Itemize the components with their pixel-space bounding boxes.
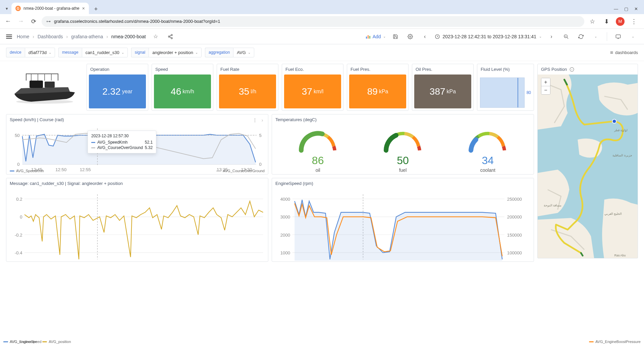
browser-tab[interactable]: G nmea-2000-boat - grafana-athe × — [11, 3, 89, 14]
panel-engine-speed[interactable]: EngineSpeed (rpm) 4000 3000 2000 1000 25… — [272, 178, 534, 262]
address-bar[interactable]: ⊶ grafana.csselectronics.stellarhosted.c… — [42, 16, 584, 27]
svg-text:4000: 4000 — [280, 197, 290, 202]
svg-point-3 — [410, 36, 411, 37]
svg-text:3000: 3000 — [280, 214, 290, 219]
stat-fuel-pres[interactable]: Fuel Pres. 89kPa — [347, 64, 409, 111]
svg-point-2 — [171, 37, 172, 39]
stat-fluid-level[interactable]: Fluid Level (%) 80 — [477, 64, 534, 111]
svg-point-1 — [168, 36, 170, 37]
favorite-star-icon[interactable]: ☆ — [151, 32, 161, 42]
forward-button[interactable]: → — [16, 17, 25, 26]
refresh-icon[interactable] — [576, 32, 586, 42]
panel-menu-icon[interactable]: ⋮ — [251, 116, 259, 124]
settings-gear-icon[interactable] — [405, 32, 415, 42]
time-next-icon[interactable]: › — [546, 32, 556, 42]
save-icon[interactable] — [390, 32, 400, 42]
svg-text:50: 50 — [15, 133, 20, 138]
var-aggregation-select[interactable]: AVG⌄ — [233, 48, 254, 57]
breadcrumb-folder[interactable]: grafana-athena — [71, 34, 103, 39]
breadcrumb-current: nmea-2000-boat — [111, 34, 146, 39]
clock-icon — [435, 34, 440, 39]
map-zoom-controls: + − — [541, 78, 550, 95]
svg-text:-0.2: -0.2 — [15, 233, 22, 238]
gps-map[interactable]: + − — [538, 75, 638, 258]
gauge-coolant: 34 coolant — [466, 127, 509, 173]
breadcrumb-dashboards[interactable]: Dashboards — [38, 34, 63, 39]
minimize-icon[interactable]: — — [614, 6, 618, 11]
breadcrumb-home[interactable]: Home — [17, 34, 29, 39]
svg-text:2000: 2000 — [280, 233, 290, 238]
var-aggregation-label: aggregation — [205, 48, 233, 57]
svg-rect-8 — [45, 82, 55, 88]
svg-text:150000: 150000 — [507, 233, 522, 238]
svg-text:5: 5 — [259, 133, 262, 138]
svg-text:100000: 100000 — [507, 250, 522, 255]
panel-gps-position[interactable]: GPS Position + − — [537, 64, 638, 258]
hamburger-menu-icon[interactable] — [6, 35, 12, 39]
engine-chart: 4000 3000 2000 1000 250000 200000 150000… — [275, 190, 531, 262]
dashboard-grid: Operation 2.32year Speed 46km/h Fuel Rat… — [0, 61, 644, 268]
panel-speed-course[interactable]: Speed (km/h) | Course (rad) ⋮› 50 0 5 0 … — [6, 114, 268, 175]
svg-text:جزيرة السافلية: جزيرة السافلية — [613, 154, 632, 157]
map-zoom-out[interactable]: − — [541, 86, 550, 94]
tab-search-icon[interactable]: ▾ — [2, 3, 11, 14]
rudder-chart: 0.2 0 -0.2 -0.4 12:45 12:50 12:55 13:00 … — [9, 190, 265, 262]
refresh-interval-dropdown[interactable]: ⌄ — [591, 32, 601, 42]
gauge-fuel: 50 fuel — [381, 127, 425, 173]
back-button[interactable]: ← — [3, 17, 13, 26]
var-message-label: message — [58, 48, 82, 57]
grafana-favicon-icon: G — [15, 6, 21, 11]
close-tab-icon[interactable]: × — [82, 6, 85, 11]
stat-oil-pres[interactable]: Oil Pres. 387kPa — [412, 64, 474, 111]
svg-point-0 — [171, 34, 172, 36]
profile-avatar[interactable]: M — [616, 17, 625, 26]
window-controls: — ▢ ✕ — [614, 6, 642, 14]
var-signal-select[interactable]: angleorder + position⌄ — [149, 48, 202, 57]
svg-text:0: 0 — [20, 214, 22, 219]
tab-title: nmea-2000-boat - grafana-athe — [23, 6, 79, 11]
kiosk-dropdown[interactable]: ⌄ — [628, 32, 638, 42]
downloads-icon[interactable]: ⬇ — [602, 17, 611, 26]
panel-temperatures[interactable]: Temperatures (degC) 86 oil 50 fuel 34 — [272, 114, 534, 175]
svg-text:0: 0 — [259, 162, 262, 167]
map-zoom-in[interactable]: + — [541, 78, 550, 86]
svg-text:250000: 250000 — [507, 197, 522, 202]
speed-chart-legend: AVG_SpeedKmh AVG_CourseOverGround — [10, 169, 265, 173]
svg-text:0.2: 0.2 — [16, 197, 22, 202]
info-icon[interactable] — [570, 67, 574, 72]
svg-point-63 — [612, 119, 616, 123]
svg-rect-6 — [616, 35, 620, 38]
time-prev-icon[interactable]: ‹ — [420, 32, 430, 42]
svg-rect-7 — [30, 81, 43, 88]
stat-fuel-rate[interactable]: Fuel Rate 35l/h — [217, 64, 278, 111]
panel-view-icon[interactable]: › — [259, 116, 266, 124]
zoom-out-icon[interactable] — [561, 32, 571, 42]
dashboards-link[interactable]: dashboards — [610, 50, 638, 56]
svg-text:0: 0 — [17, 162, 19, 167]
browser-menu-icon[interactable]: ⋮ — [629, 17, 639, 26]
new-tab-button[interactable]: + — [91, 4, 101, 14]
panel-rudder[interactable]: Message: can1_rudder_s30 | Signal: angle… — [6, 178, 268, 262]
panel-icon — [366, 35, 371, 39]
reload-button[interactable]: ⟳ — [29, 17, 38, 26]
gauge-oil: 86 oil — [296, 127, 340, 173]
var-signal-label: signal — [131, 48, 149, 57]
grafana-header: Home› Dashboards› grafana-athena› nmea-2… — [0, 29, 644, 44]
chart-tooltip: 2023-12-28 12:57:30 AVG_SpeedKmh52.1 AVG… — [88, 131, 156, 153]
svg-text:1000: 1000 — [280, 250, 290, 255]
add-panel-button[interactable]: Add ⌄ — [366, 34, 386, 39]
svg-text:لؤلؤة قطر: لؤلؤة قطر — [614, 129, 627, 132]
kiosk-mode-icon[interactable] — [613, 32, 623, 42]
stat-speed[interactable]: Speed 46km/h — [152, 64, 213, 111]
var-device-select[interactable]: d5af773d⌄ — [25, 48, 55, 57]
svg-text:200000: 200000 — [507, 214, 522, 219]
site-info-icon[interactable]: ⊶ — [46, 19, 51, 24]
var-message-select[interactable]: can1_rudder_s30⌄ — [82, 48, 128, 57]
share-icon[interactable] — [165, 32, 175, 42]
bookmark-star-icon[interactable]: ☆ — [588, 17, 597, 26]
stat-operation[interactable]: Operation 2.32year — [87, 64, 148, 111]
close-window-icon[interactable]: ✕ — [634, 6, 638, 11]
maximize-icon[interactable]: ▢ — [624, 6, 628, 11]
stat-fuel-eco[interactable]: Fuel Eco. 37km/l — [282, 64, 343, 111]
time-range-picker[interactable]: 2023-12-28 12:42:31 to 2023-12-28 13:31:… — [435, 34, 542, 39]
